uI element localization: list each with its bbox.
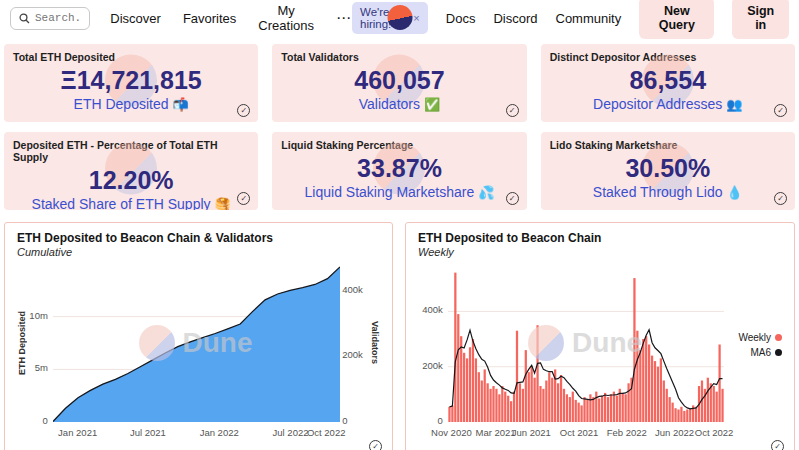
dune-logo[interactable]: [387, 5, 412, 30]
primary-nav: Discover Favorites My Creations ⋯: [110, 3, 352, 33]
dashboard-body: Total ETH Deposited Ξ14,721,815 ETH Depo…: [0, 36, 799, 450]
more-menu-button[interactable]: ⋯: [336, 9, 352, 27]
counter-subtitle: ETH Deposited📬: [13, 96, 249, 112]
x-tick-label: Oct 2021: [560, 427, 599, 438]
droplet-icon: 💧: [727, 185, 743, 200]
new-query-button[interactable]: New Query: [639, 0, 714, 39]
counter-subtitle: Validators✅: [281, 96, 517, 112]
y-tick-label: 0: [43, 415, 48, 426]
query-success-icon: ✓: [369, 440, 382, 450]
search-icon: [19, 13, 30, 24]
y-axis-title-left: ETH Deposited: [17, 264, 27, 422]
counter-value: 33.87%: [281, 154, 517, 183]
sweat-drops-icon: 💦: [478, 185, 494, 200]
top-nav-bar: Discover Favorites My Creations ⋯ We're …: [0, 0, 799, 36]
header-right: We're hiring! × Docs Discord Community N…: [352, 0, 789, 39]
counter-value: 86,554: [550, 66, 786, 95]
check-mark-icon: ✅: [424, 97, 440, 112]
counter-liquid-staking: Liquid Staking Percentage 33.87% Liquid …: [272, 132, 526, 210]
link-docs[interactable]: Docs: [446, 11, 476, 26]
chart-subtitle: Cumulative: [17, 246, 380, 258]
chart-grid: ETH Deposited to Beacon Chain & Validato…: [4, 222, 795, 450]
x-tick-label: Jul 2021: [130, 427, 166, 438]
counter-total-eth-deposited: Total ETH Deposited Ξ14,721,815 ETH Depo…: [4, 44, 258, 122]
counter-value: 30.50%: [550, 154, 786, 183]
y-tick-labels-left: 05m10m: [27, 264, 53, 422]
counter-value: Ξ14,721,815: [13, 66, 249, 95]
weekly-series-dot: [775, 334, 782, 341]
counter-lido-marketshare: Lido Staking Marketshare 30.50% Staked T…: [541, 132, 795, 210]
legend-item-ma6[interactable]: MA6: [722, 347, 782, 358]
query-success-icon: ✓: [506, 192, 519, 205]
query-success-icon: ✓: [506, 104, 519, 117]
nav-favorites[interactable]: Favorites: [183, 11, 236, 26]
x-tick-label: Jul 2022: [273, 427, 309, 438]
x-tick-label: Mar 2021: [476, 427, 516, 438]
counter-total-validators: Total Validators 460,057 Validators✅ ✓: [272, 44, 526, 122]
counter-depositor-addresses: Distinct Depositor Addresses 86,554 Depo…: [541, 44, 795, 122]
x-tick-label: Jan 2021: [58, 427, 97, 438]
x-tick-label: Jun 2022: [655, 427, 694, 438]
link-community[interactable]: Community: [556, 11, 622, 26]
counter-subtitle: Staked Through Lido💧: [550, 184, 786, 200]
y-tick-label: 0: [342, 415, 347, 426]
y-axis-title-right: Validators: [370, 264, 380, 422]
cumulative-area-plot[interactable]: Dune Jan 2021Jul 2021Jan 2022Jul 2022Oct…: [53, 264, 338, 422]
plot-row: ETH Deposited 05m10m Dune Jan 2021Jul 20…: [17, 264, 380, 422]
chart-title: ETH Deposited to Beacon Chain & Validato…: [17, 231, 380, 245]
sign-in-button[interactable]: Sign in: [732, 0, 789, 39]
search-box[interactable]: [10, 7, 90, 30]
x-tick-label: Oct 2022: [307, 427, 346, 438]
counter-staked-share: Deposited ETH - Percentage of Total ETH …: [4, 132, 258, 210]
y-tick-label: 400k: [422, 304, 443, 315]
counter-value: 12.20%: [13, 166, 249, 195]
cumulative-chart-card: ETH Deposited to Beacon Chain & Validato…: [4, 222, 393, 450]
plot-row: 0200k400k Dune Nov 2020Mar 2021Jun 2021O…: [418, 264, 782, 422]
y-tick-label: 400k: [342, 284, 363, 295]
y-tick-label: 5m: [35, 362, 48, 373]
y-tick-labels-right: 0200k400k: [338, 264, 370, 422]
legend-item-weekly[interactable]: Weekly: [722, 332, 782, 343]
counter-subtitle: Depositor Addresses👥: [550, 96, 786, 112]
x-tick-label: Nov 2020: [431, 427, 472, 438]
weekly-chart-card: ETH Deposited to Beacon Chain Weekly 020…: [405, 222, 795, 450]
counter-subtitle: Liquid Staking Marketshare💦: [281, 184, 517, 200]
counter-value: 460,057: [281, 66, 517, 95]
y-tick-label: 10m: [29, 310, 47, 321]
query-success-icon: ✓: [771, 440, 784, 450]
x-tick-label: Oct 2022: [695, 427, 734, 438]
x-tick-label: Jun 2021: [512, 427, 551, 438]
y-tick-labels: 0200k400k: [418, 264, 448, 422]
counter-grid: Total ETH Deposited Ξ14,721,815 ETH Depo…: [4, 44, 795, 210]
chart-subtitle: Weekly: [418, 246, 782, 258]
busts-icon: 👥: [726, 97, 742, 112]
nav-my-creations[interactable]: My Creations: [258, 3, 314, 33]
nav-discover[interactable]: Discover: [110, 11, 161, 26]
ma6-series-dot: [775, 349, 782, 356]
close-icon[interactable]: ×: [413, 12, 419, 24]
query-success-icon: ✓: [774, 104, 787, 117]
mailbox-icon: 📬: [173, 97, 189, 112]
search-input[interactable]: [35, 12, 81, 24]
query-success-icon: ✓: [237, 104, 250, 117]
y-tick-label: 200k: [422, 360, 443, 371]
x-tick-label: Jan 2022: [200, 427, 239, 438]
chart-legend: Weekly MA6: [722, 264, 782, 422]
y-tick-label: 0: [438, 415, 443, 426]
chart-title: ETH Deposited to Beacon Chain: [418, 231, 782, 245]
pancakes-icon: 🥞: [215, 197, 231, 210]
query-success-icon: ✓: [774, 192, 787, 205]
weekly-bar-plot[interactable]: Dune Nov 2020Mar 2021Jun 2021Oct 2021Feb…: [448, 264, 722, 422]
y-tick-label: 200k: [342, 349, 363, 360]
link-discord[interactable]: Discord: [493, 11, 537, 26]
x-tick-label: Feb 2022: [607, 427, 647, 438]
counter-subtitle: Staked Share of ETH Supply🥞: [13, 196, 249, 210]
